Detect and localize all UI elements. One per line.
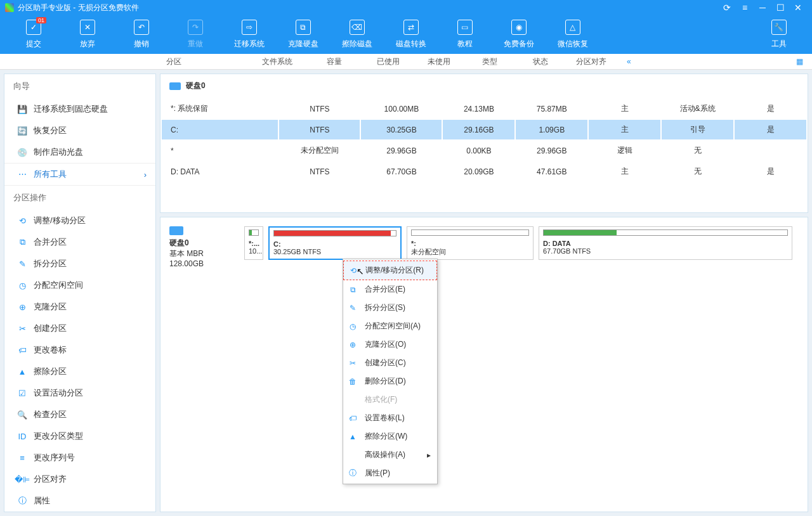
ctx-item[interactable]: 🗑 删除分区(D) [343,372,437,390]
part-label: *:... [249,240,259,247]
ctx-item[interactable]: ▲ 擦除分区(W) [343,427,437,446]
menu-icon[interactable]: ≡ [736,3,754,13]
sidebar-icon: ✂ [17,323,27,333]
ctx-item[interactable]: 🏷 设置卷标(L) [343,409,437,427]
part-sub: 10... [249,247,259,255]
sidebar-op-item[interactable]: ID更改分区类型 [4,425,155,447]
sidebar-item-label: 合并分区 [34,236,67,248]
ctx-item[interactable]: ✂ 创建分区(C) [343,354,437,372]
table-row[interactable]: *: 系统保留 NTFS 100.00MB 24.13MB 75.87MB 主 … [162,99,806,119]
sidebar-wizard-item[interactable]: 🔄恢复分区 [4,120,155,141]
discard-button[interactable]: ✕放弃 [60,20,114,49]
usage-bar [411,229,529,236]
sidebar-wizard-item[interactable]: 💿制作启动光盘 [4,141,155,163]
sidebar-op-item[interactable]: ⊕克隆分区 [4,296,155,318]
sidebar-op-item[interactable]: ◷分配空闲空间 [4,274,155,296]
collapse-cols-button[interactable]: « [627,57,631,66]
wipe-button[interactable]: ⌫擦除磁盘 [330,20,384,49]
refresh-icon[interactable]: ⟳ [718,3,736,13]
ctx-label: 属性(P) [365,468,390,479]
sidebar-icon: ◷ [17,280,27,290]
ctx-item[interactable]: ⧉ 合并分区(E) [343,280,437,299]
sidebar-op-item[interactable]: ⟲调整/移动分区 [4,210,155,231]
ctx-label: 克隆分区(O) [365,339,406,350]
minimize-button[interactable]: ─ [754,3,771,13]
sidebar-op-item[interactable]: 🏷更改卷标 [4,339,155,361]
part-label: D: DATA [543,240,788,247]
sidebar-op-item[interactable]: ▲擦除分区 [4,361,155,382]
ctx-item[interactable]: ⊕ 克隆分区(O) [343,335,437,354]
sidebar-op-item[interactable]: 🔍检查分区 [4,404,155,425]
sidebar-op-item[interactable]: ✎拆分分区 [4,253,155,274]
sidebar-op-item[interactable]: ☑设置活动分区 [4,382,155,404]
tools-button[interactable]: 🔧工具 [752,20,806,49]
sidebar-op-item[interactable]: ⓘ属性 [4,490,155,512]
ctx-icon: ⊕ [348,340,357,349]
convert-button[interactable]: ⇄磁盘转换 [384,20,438,49]
view-toggle-button[interactable]: ▦ [796,57,803,66]
tutorial-button[interactable]: ▭教程 [438,20,492,49]
sidebar-item-label: 更改序列号 [34,452,75,463]
sidebar-item-label: 属性 [34,495,50,506]
sidebar-icon: 💾 [17,104,27,114]
ctx-icon: 🗑 [348,377,357,386]
ctx-item[interactable]: ✎ 拆分分区(S) [343,299,437,317]
redo-icon: ↷ [188,20,203,35]
sidebar-op-item[interactable]: ✂创建分区 [4,318,155,339]
ctx-icon: 🏷 [348,414,357,423]
wizard-header: 向导 [4,74,155,98]
sidebar-icon: ▲ [17,366,27,377]
chevron-right-icon: › [144,170,147,179]
usage-bar [249,229,259,236]
sidebar-op-item[interactable]: ⧉合并分区 [4,231,155,253]
table-row[interactable]: * 未分配空间 29.96GB 0.00KB 29.96GB 逻辑 无 [162,141,806,160]
sidebar-alltools[interactable]: ⋯所有工具 › [4,163,155,186]
sidebar-wizard-item[interactable]: 💾迁移系统到固态硬盘 [4,98,155,120]
x-icon: ✕ [80,20,95,35]
diskmap-partition[interactable]: *:... 10... [244,226,263,260]
sidebar-item-label: 分区对齐 [34,474,67,485]
sidebar-op-item[interactable]: �⊫分区对齐 [4,468,155,490]
part-sub: 67.70GB NTFS [543,247,788,255]
window-title: 分区助手专业版 - 无损分区免费软件 [18,3,718,13]
ctx-icon: ✂ [348,359,357,368]
wrench-icon: 🔧 [771,20,787,35]
table-row[interactable]: D: DATA NTFS 67.70GB 20.09GB 47.61GB 主 无… [162,162,806,181]
commit-button[interactable]: 01 ✓ 提交 [6,20,60,49]
convert-icon: ⇄ [403,20,419,35]
diskmap-partition[interactable]: D: DATA 67.70GB NTFS [539,226,792,260]
ctx-item[interactable]: ◷ 分配空闲空间(A) [343,317,437,335]
undo-button[interactable]: ↶撤销 [114,20,168,49]
table-row[interactable]: C: NTFS 30.25GB 29.16GB 1.09GB 主 引导 是 [162,120,806,139]
undo-icon: ↶ [134,20,149,35]
sidebar-item-label: 调整/移动分区 [34,215,86,226]
wechat-button[interactable]: △微信恢复 [546,20,599,49]
migrate-button[interactable]: ⇨迁移系统 [222,20,276,49]
sidebar-item-label: 检查分区 [34,409,67,420]
close-button[interactable]: ✕ [789,3,807,13]
maximize-button[interactable]: ☐ [771,3,789,13]
clone-button[interactable]: ⧉克隆硬盘 [276,20,330,49]
ctx-label: 设置卷标(L) [365,413,405,423]
disk-header: 硬盘0 [160,74,808,98]
diskmap-partition[interactable]: *: 未分配空间 [407,226,534,260]
redo-button[interactable]: ↷重做 [168,20,222,49]
ctx-item[interactable]: 高级操作(A) ▸ [343,446,437,464]
wipe-icon: ⌫ [350,20,365,35]
sidebar-item-label: 分配空闲空间 [34,280,83,291]
sidebar-op-item[interactable]: ≡更改序列号 [4,447,155,468]
sidebar-item-label: 迁移系统到固态硬盘 [34,103,108,115]
diskmap-partition[interactable]: C: 30.25GB NTFS [268,226,402,260]
ctx-item[interactable]: ⓘ 属性(P) [343,464,437,482]
ctx-label: 分配空闲空间(A) [365,321,421,332]
sidebar: 向导 💾迁移系统到固态硬盘🔄恢复分区💿制作启动光盘 ⋯所有工具 › 分区操作 ⟲… [4,74,156,512]
backup-button[interactable]: ◉免费备份 [492,20,546,49]
app-logo [5,3,14,12]
sidebar-icon: ⓘ [17,496,27,506]
migrate-icon: ⇨ [242,20,257,35]
sidebar-icon: ≡ [17,453,27,463]
sidebar-item-label: 创建分区 [34,323,67,334]
sidebar-item-label: 制作启动光盘 [34,146,83,158]
sidebar-item-label: 拆分分区 [34,258,67,269]
sidebar-icon: �⊫ [17,474,27,484]
